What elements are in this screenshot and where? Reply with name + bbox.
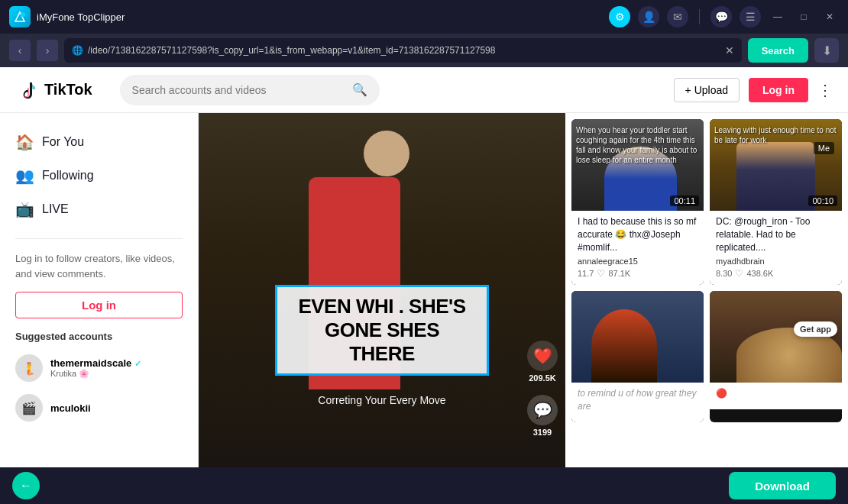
grid-info-2: DC: @rough_iron - Too relatable. Had to … — [710, 211, 842, 285]
app-logo-icon — [9, 6, 31, 27]
right-grid: When you hear your toddler start coughin… — [565, 113, 848, 467]
sidebar-item-live[interactable]: 📺 LIVE — [0, 192, 198, 226]
url-input-wrap: 🌐 /ideo/7138162287571127598?is_copy_url=… — [64, 38, 742, 63]
svg-point-1 — [21, 12, 25, 17]
video-text-line1: EVEN WHI . SHE'S — [290, 295, 474, 318]
video-subtitle: Correting Your Every Move — [318, 394, 445, 406]
title-bar: iMyFone TopClipper ⚙ 👤 ✉ 💬 ☰ — □ ✕ — [0, 0, 848, 34]
login-button[interactable]: Log in — [749, 78, 808, 102]
upload-button[interactable]: + Upload — [674, 78, 740, 102]
suggested-name-1: themermaidscale ✓ — [50, 357, 141, 369]
video-text-overlay: EVEN WHI . SHE'S GONE SHES THERE — [275, 285, 489, 376]
heart-icon[interactable]: ❤️ — [527, 341, 558, 371]
login-prompt-text: Log in to follow creators, like videos, … — [0, 251, 198, 281]
search-button[interactable]: Search — [748, 38, 808, 63]
grid-thumb-bg-4: Get app — [710, 291, 842, 383]
me-label: Me — [814, 142, 834, 154]
like-action[interactable]: ❤️ 209.5K — [527, 341, 558, 383]
live-label: LIVE — [42, 202, 69, 216]
grid-person-3 — [591, 309, 658, 383]
menu-icon[interactable]: ☰ — [740, 6, 761, 27]
grid-user-1: annaleegrace15 — [578, 257, 697, 266]
suggested-info-2: mculokii — [50, 402, 91, 414]
title-separator — [699, 9, 700, 24]
for-you-label: For You — [42, 135, 84, 149]
sidebar-item-following[interactable]: 👥 Following — [0, 159, 198, 192]
live-icon: 📺 — [15, 200, 34, 218]
grid-heart-icon-1: ♡ — [597, 268, 605, 279]
more-options-button[interactable]: ⋮ — [817, 81, 833, 99]
suggested-account-1[interactable]: 🧜 themermaidscale ✓ Krutika 🌸 — [0, 348, 198, 388]
grid-desc-3: to remind u of how great they are — [578, 387, 697, 413]
minimize-button[interactable]: — — [769, 8, 787, 26]
main-layout: 🏠 For You 👥 Following 📺 LIVE Log in to f… — [0, 113, 848, 467]
comment-count: 3199 — [533, 428, 552, 437]
video-actions: ❤️ 209.5K 💬 3199 — [527, 341, 558, 437]
close-button[interactable]: ✕ — [820, 8, 839, 26]
tiktok-search-wrap[interactable]: 🔍 — [120, 75, 380, 105]
grid-card-3[interactable]: to remind u of how great they are — [571, 291, 704, 422]
get-app-badge[interactable]: Get app — [794, 321, 837, 337]
main-video-bg: EVEN WHI . SHE'S GONE SHES THERE Correti… — [199, 113, 565, 467]
back-button[interactable]: ← — [12, 472, 40, 499]
grid-hearts-2: 438.6K — [746, 269, 773, 278]
url-clear-icon[interactable]: ✕ — [725, 44, 734, 57]
suggested-label: Suggested accounts — [0, 318, 198, 348]
suggested-name-2: mculokii — [50, 402, 91, 414]
sidebar: 🏠 For You 👥 Following 📺 LIVE Log in to f… — [0, 113, 199, 467]
grid-user-2: myadhdbrain — [716, 257, 836, 266]
back-nav-button[interactable]: ‹ — [9, 40, 31, 61]
settings-icon[interactable]: ⚙ — [609, 6, 630, 27]
home-icon: 🏠 — [15, 133, 34, 151]
sidebar-item-foryou[interactable]: 🏠 For You — [0, 125, 198, 159]
avatar-2: 🎬 — [15, 394, 43, 422]
video-person-head — [364, 131, 409, 176]
following-label: Following — [42, 169, 94, 183]
verified-badge-1: ✓ — [134, 359, 141, 368]
download-button[interactable]: Download — [729, 472, 836, 499]
grid-hearts-1: 87.1K — [608, 269, 630, 278]
main-video-section: EVEN WHI . SHE'S GONE SHES THERE Correti… — [199, 113, 565, 467]
download-icon-button[interactable]: ⬇ — [814, 38, 839, 63]
forward-nav-button[interactable]: › — [37, 40, 58, 61]
grid-thumb-2: Leaving with just enough time to not be … — [710, 119, 842, 211]
chat-icon[interactable]: 💬 — [710, 6, 732, 27]
suggested-account-2[interactable]: 🎬 mculokii — [0, 388, 198, 428]
grid-info-1: I had to because this is so mf accurate … — [571, 211, 704, 285]
grid-overlay-text-1: When you hear your toddler start coughin… — [576, 125, 699, 165]
grid-card-4[interactable]: Get app 🔴 — [710, 291, 842, 422]
grid-likes-1: 11.7 — [578, 269, 594, 278]
grid-stats-1: 11.7 ♡ 87.1K — [578, 268, 697, 279]
grid-thumb-bg-3 — [571, 291, 704, 383]
sidebar-divider — [15, 238, 183, 239]
tiktok-logo-text: TikTok — [44, 81, 92, 99]
grid-info-4: 🔴 — [710, 383, 842, 409]
like-count: 209.5K — [529, 373, 555, 383]
comment-action[interactable]: 💬 3199 — [527, 395, 558, 437]
grid-thumb-4: Get app — [710, 291, 842, 383]
bottom-bar: ← Download — [0, 467, 848, 504]
grid-duration-1: 00:11 — [670, 195, 699, 206]
tiktok-search-icon: 🔍 — [352, 82, 367, 97]
sidebar-login-button[interactable]: Log in — [15, 292, 183, 318]
app-title: iMyFone TopClipper — [37, 11, 603, 23]
tiktok-header: TikTok 🔍 + Upload Log in ⋮ — [0, 67, 848, 113]
maximize-button[interactable]: □ — [795, 8, 813, 26]
grid-heart-icon-2: ♡ — [735, 268, 743, 279]
url-display: /ideo/7138162287571127598?is_copy_url=1&… — [88, 45, 720, 56]
suggested-info-1: themermaidscale ✓ Krutika 🌸 — [50, 357, 141, 379]
tiktok-search-input[interactable] — [132, 84, 346, 96]
url-bar: ‹ › 🌐 /ideo/7138162287571127598?is_copy_… — [0, 34, 848, 67]
avatar-1: 🧜 — [15, 354, 43, 382]
suggested-sub-1: Krutika 🌸 — [50, 369, 141, 379]
following-icon: 👥 — [15, 166, 34, 185]
grid-card-2[interactable]: Leaving with just enough time to not be … — [710, 119, 842, 285]
content-area: EVEN WHI . SHE'S GONE SHES THERE Correti… — [199, 113, 848, 467]
grid-info-3: to remind u of how great they are — [571, 383, 704, 422]
comment-icon[interactable]: 💬 — [527, 395, 558, 425]
mail-icon[interactable]: ✉ — [667, 6, 688, 27]
globe-icon: 🌐 — [72, 45, 83, 56]
grid-card-1[interactable]: When you hear your toddler start coughin… — [571, 119, 704, 285]
header-right: + Upload Log in ⋮ — [674, 78, 833, 102]
user-icon[interactable]: 👤 — [638, 6, 659, 27]
